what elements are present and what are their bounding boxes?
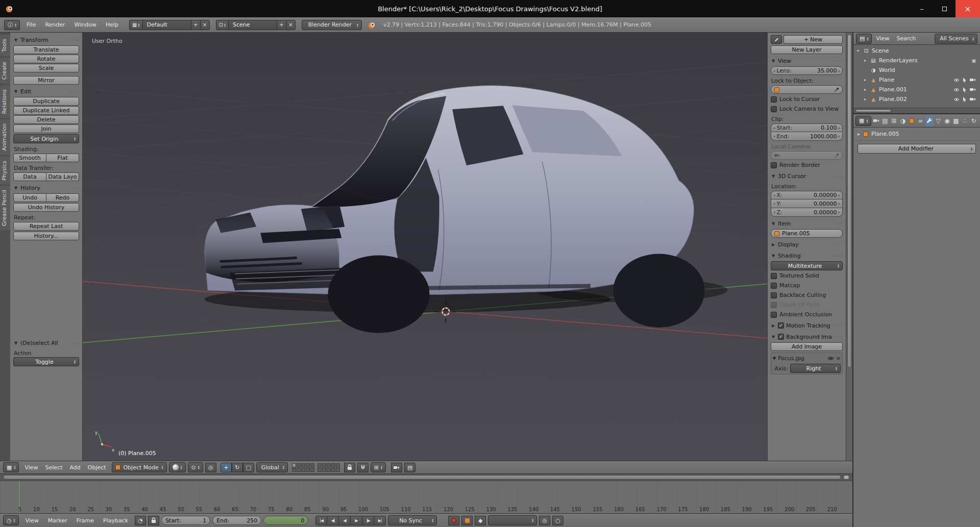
lens-field[interactable]: ◂Lens:35.000▸ (771, 66, 843, 75)
editor-type-properties-button[interactable]: ▦▴▾ (855, 116, 871, 126)
layer-cell[interactable] (292, 468, 296, 472)
panel-drag-dots[interactable]: ···· (834, 58, 843, 64)
jump-prev-keyframe-button[interactable]: ◀| (327, 516, 339, 525)
toolshelf-tab[interactable]: Create (0, 58, 10, 84)
transform-tool-button[interactable]: Scale (13, 64, 79, 72)
scene-value[interactable]: Scene (228, 20, 277, 30)
delete-screen-button[interactable]: × (201, 20, 210, 30)
outliner-search-menu[interactable]: Search (894, 35, 919, 42)
panel-drag-dots[interactable]: ···· (834, 221, 843, 227)
shade-flat-button[interactable]: Flat (46, 154, 79, 162)
timeline-menu-item[interactable]: Marker (43, 517, 72, 524)
cursor-x-field[interactable]: ◂X:0.00000▸ (771, 191, 843, 199)
tab-particles-icon[interactable]: ∴ (961, 116, 969, 126)
snap-toggle[interactable] (357, 463, 369, 472)
tab-material-icon[interactable]: ◉ (943, 116, 951, 126)
n-panel-scrollbar[interactable] (846, 33, 852, 461)
timeline-menu-item[interactable]: View (21, 517, 43, 524)
object-name-field[interactable]: Plane.005 (771, 229, 843, 238)
jump-to-start-button[interactable]: |◀ (315, 516, 327, 525)
layer-cell[interactable] (297, 463, 301, 467)
active-keying-set-field[interactable]: ▴▾ (488, 515, 537, 525)
add-screen-button[interactable]: + (191, 20, 201, 30)
panel-header-deselect-all[interactable]: ▼(De)select All···· (13, 338, 79, 348)
outliner-row-scene[interactable]: ▾ ⊡ Scene (855, 46, 978, 56)
layer-cell[interactable] (331, 468, 335, 472)
panel-header-history[interactable]: ▼History···· (13, 183, 79, 193)
tab-modifiers-icon[interactable] (925, 116, 934, 126)
maximize-button[interactable] (933, 0, 955, 17)
tab-object-icon[interactable] (908, 116, 916, 126)
toolshelf-tab[interactable]: Animation (0, 119, 10, 155)
panel-drag-dots[interactable]: ···· (70, 185, 79, 191)
render-border-checkbox[interactable] (771, 162, 777, 168)
textured-solid-checkbox[interactable] (771, 273, 777, 279)
render-engine-select[interactable]: Blender Render▴▾ (302, 20, 362, 30)
expand-icon[interactable]: ▸ (863, 78, 868, 82)
toolshelf-tab[interactable]: Physics (0, 157, 10, 185)
expand-icon[interactable]: ▸ (863, 58, 868, 63)
set-origin-dropdown[interactable]: Set Origin▴▾ (13, 134, 79, 143)
eye-icon[interactable] (827, 356, 834, 361)
pointer-icon[interactable] (963, 97, 967, 102)
layer-cell[interactable] (306, 463, 310, 467)
mirror-button[interactable]: Mirror (13, 76, 79, 85)
mode-dropdown[interactable]: Object Mode▴▾ (112, 462, 167, 472)
layer-cell[interactable] (322, 468, 326, 472)
scrollbar-thumb[interactable] (855, 109, 891, 112)
toolshelf-tab[interactable]: Relations (0, 85, 10, 118)
panel-drag-dots[interactable]: ···· (834, 173, 843, 179)
lock-object-field[interactable] (771, 85, 843, 94)
scene-icon[interactable]: ⊡▴▾ (216, 20, 228, 30)
background-images-checkbox[interactable]: ✓ (778, 334, 784, 340)
eye-icon[interactable] (953, 97, 960, 102)
screen-layout-value[interactable]: Default (142, 20, 191, 30)
lock-time-toggle[interactable] (148, 516, 159, 525)
undo-history-button[interactable]: Undo History (13, 203, 79, 212)
lock-camera-checkbox[interactable] (771, 106, 777, 112)
translate-manipulator-toggle[interactable]: + (220, 463, 232, 472)
delete-scene-button[interactable]: × (286, 20, 296, 30)
minimize-button[interactable]: – (911, 0, 933, 17)
insert-keyframe-button[interactable]: ◎ (539, 516, 550, 525)
viewport-shading-dropdown[interactable]: ▴▾ (169, 462, 186, 472)
menubar-item[interactable]: Render (40, 21, 69, 28)
tab-constraints-icon[interactable]: ∞ (916, 116, 924, 126)
panel-header-transform[interactable]: ▼Transform···· (13, 35, 79, 45)
layer-cell[interactable] (292, 463, 296, 467)
panel-drag-dots[interactable]: ···· (834, 323, 843, 329)
tab-render-layers-icon[interactable]: ▤ (881, 116, 889, 126)
panel-header-3d-cursor[interactable]: ▼3D Cursor···· (771, 171, 843, 181)
viewport-3d[interactable]: User Ortho (0) Plane.005 x y (83, 33, 767, 461)
outliner-row-renderlayers[interactable]: ▸ ▤ RenderLayers ▣ (855, 56, 978, 65)
pointer-icon[interactable] (963, 78, 967, 83)
current-frame-field[interactable]: 0 (263, 516, 308, 525)
layer-cell[interactable] (336, 463, 340, 467)
play-reverse-button[interactable]: ◀ (339, 516, 351, 525)
auto-keying-mode-button[interactable] (461, 516, 473, 525)
ambient-occlusion-checkbox[interactable] (771, 312, 777, 318)
clip-start-field[interactable]: ◂Start:0.100▸ (771, 123, 843, 132)
editor-type-3dview-button[interactable]: ▦▴▾ (3, 462, 19, 472)
tab-data-icon[interactable]: ▽ (934, 116, 942, 126)
menubar-item[interactable]: Window (70, 21, 101, 28)
delete-keyframe-button[interactable]: ○ (552, 516, 564, 525)
timeline-menu-item[interactable]: Playback (99, 517, 133, 524)
timeline-region[interactable]: 5101520253035404550556065707580859095100… (0, 474, 852, 514)
panel-drag-dots[interactable]: ···· (834, 334, 843, 340)
remove-image-icon[interactable]: × (836, 355, 841, 362)
tab-physics-icon[interactable]: ↻ (970, 116, 978, 126)
camera-icon[interactable] (970, 87, 976, 92)
axis-dropdown[interactable]: Right▴▾ (790, 364, 841, 373)
panel-header-view[interactable]: ▼View···· (771, 56, 843, 66)
lock-to-scene-toggle[interactable] (344, 463, 355, 472)
layer-cell[interactable] (336, 468, 340, 472)
pivot-dropdown[interactable]: ⊙▴▾ (188, 462, 203, 472)
collapse-icon[interactable]: ▼ (773, 356, 776, 361)
clip-end-field[interactable]: ◂End:1000.000▸ (771, 132, 843, 141)
toolshelf-tab[interactable]: Tools (0, 35, 10, 56)
viewport-menu-item[interactable]: Add (66, 464, 84, 471)
snap-element-dropdown[interactable]: ⊞▴▾ (371, 462, 386, 472)
jump-to-end-button[interactable]: ▶| (374, 516, 386, 525)
scrollbar-thumb[interactable] (3, 475, 841, 480)
